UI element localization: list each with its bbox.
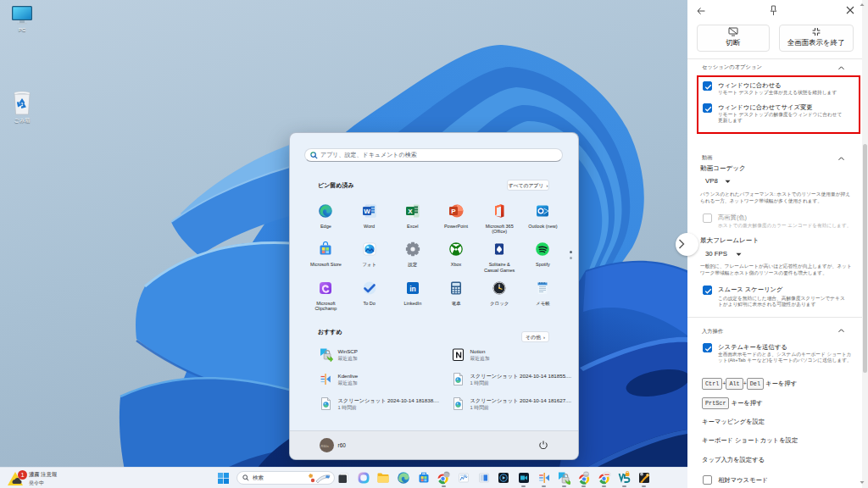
svg-text:W: W — [364, 207, 370, 214]
svg-text:in: in — [409, 285, 416, 293]
svg-text:P: P — [451, 207, 456, 214]
svg-text:1: 1 — [20, 471, 24, 479]
svg-text:X: X — [408, 207, 413, 214]
